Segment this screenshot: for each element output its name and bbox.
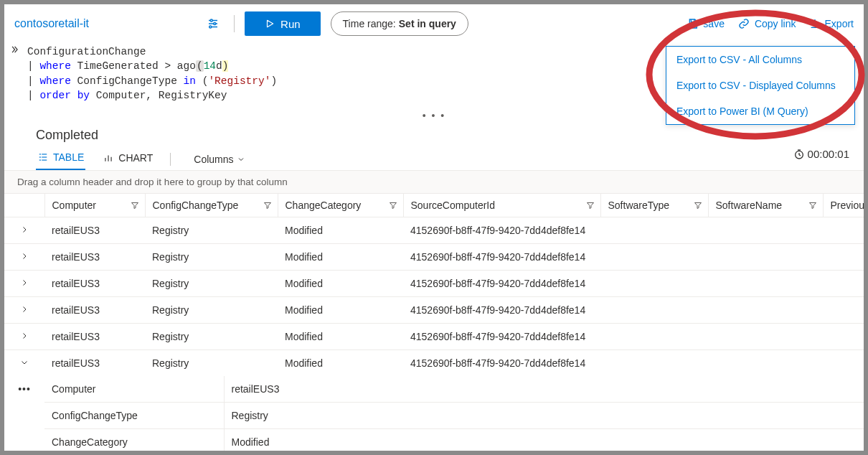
cell-configchangetype: Registry — [145, 271, 278, 297]
cell-previous — [823, 217, 864, 244]
expand-sidebar-icon[interactable] — [9, 44, 19, 55]
cell-previous — [823, 350, 864, 377]
filter-icon[interactable] — [263, 201, 272, 210]
group-drop-zone[interactable]: Drag a column header and drop it here to… — [4, 171, 864, 194]
table-row[interactable]: retailEUS3RegistryModified4152690f-b8ff-… — [4, 350, 864, 377]
filter-icon[interactable] — [389, 201, 397, 210]
cell-softwaretype — [600, 350, 708, 377]
cell-configchangetype: Registry — [145, 324, 278, 350]
cell-softwaretype — [600, 297, 708, 324]
cell-computer: retailEUS3 — [44, 350, 145, 377]
cell-softwarename — [708, 271, 823, 297]
row-expander[interactable] — [4, 271, 44, 297]
time-range-picker[interactable]: Time range: Set in query — [331, 11, 468, 36]
col-header[interactable]: ChangeCategory — [278, 194, 403, 217]
cell-changecategory: Modified — [278, 324, 403, 350]
cell-computer: retailEUS3 — [44, 324, 145, 350]
col-header[interactable]: Computer — [44, 194, 145, 217]
settings-sliders-icon[interactable] — [202, 13, 224, 34]
svg-point-5 — [209, 26, 212, 28]
cell-previous — [823, 324, 864, 350]
detail-label: ConfigChangeType — [44, 403, 224, 429]
row-expander[interactable] — [4, 324, 44, 350]
detail-value: retailEUS3 — [224, 376, 864, 403]
tabs-divider — [170, 153, 171, 166]
toolbar-divider — [234, 15, 235, 32]
link-icon — [737, 18, 750, 29]
cell-changecategory: Modified — [278, 350, 403, 377]
filter-icon[interactable] — [808, 201, 817, 210]
columns-dropdown[interactable]: Columns — [194, 154, 245, 165]
detail-label: ChangeCategory — [44, 429, 224, 451]
export-menu: Export to CSV - All Columns Export to CS… — [666, 46, 855, 125]
toolbar: contosoretail-it Run Time range: Set in … — [4, 4, 864, 40]
chevron-right-icon — [20, 305, 29, 314]
chevron-right-icon — [20, 225, 29, 234]
table-row[interactable]: retailEUS3RegistryModified4152690f-b8ff-… — [4, 297, 864, 324]
cell-sourcecomputerid: 4152690f-b8ff-47f9-9420-7dd4def8fe14 — [403, 297, 600, 324]
row-expander[interactable] — [4, 244, 44, 271]
col-header[interactable]: Previou — [823, 194, 864, 217]
cell-sourcecomputerid: 4152690f-b8ff-47f9-9420-7dd4def8fe14 — [403, 217, 600, 244]
run-label: Run — [280, 18, 301, 30]
cell-computer: retailEUS3 — [44, 271, 145, 297]
cell-softwarename — [708, 244, 823, 271]
cell-changecategory: Modified — [278, 217, 403, 244]
time-range-value: Set in query — [399, 18, 456, 29]
cell-changecategory: Modified — [278, 244, 403, 271]
row-expander[interactable] — [4, 350, 44, 377]
svg-point-1 — [210, 19, 212, 22]
col-expander — [4, 194, 44, 217]
export-menu-item[interactable]: Export to CSV - Displayed Columns — [666, 72, 854, 98]
cell-changecategory: Modified — [278, 271, 403, 297]
export-button[interactable]: Export — [809, 18, 854, 29]
cell-sourcecomputerid: 4152690f-b8ff-47f9-9420-7dd4def8fe14 — [403, 271, 600, 297]
row-expander[interactable] — [4, 297, 44, 324]
cell-configchangetype: Registry — [145, 244, 278, 271]
row-expander[interactable] — [4, 217, 44, 244]
filter-icon[interactable] — [131, 201, 139, 210]
col-header[interactable]: ConfigChangeType — [145, 194, 278, 217]
chart-icon — [103, 153, 114, 163]
col-header[interactable]: SoftwareType — [600, 194, 708, 217]
table-row[interactable]: retailEUS3RegistryModified4152690f-b8ff-… — [4, 271, 864, 297]
export-menu-item[interactable]: Export to CSV - All Columns — [666, 47, 854, 72]
time-range-prefix: Time range: — [343, 18, 396, 29]
query-status: Completed — [4, 123, 864, 144]
col-header[interactable]: SourceComputerId — [403, 194, 600, 217]
cell-computer: retailEUS3 — [44, 297, 145, 324]
table-row[interactable]: retailEUS3RegistryModified4152690f-b8ff-… — [4, 244, 864, 271]
cell-softwaretype — [600, 324, 708, 350]
table-header-row: Computer ConfigChangeType ChangeCategory… — [4, 194, 864, 217]
chevron-right-icon — [20, 332, 29, 340]
query-editor[interactable]: ConfigurationChange | where TimeGenerate… — [24, 40, 280, 110]
row-actions-icon[interactable]: ••• — [4, 376, 44, 451]
cell-configchangetype: Registry — [145, 297, 278, 324]
export-label: Export — [825, 18, 854, 29]
tab-chart[interactable]: CHART — [101, 149, 154, 169]
tab-table[interactable]: TABLE — [36, 149, 85, 170]
table-row[interactable]: retailEUS3RegistryModified4152690f-b8ff-… — [4, 324, 864, 350]
cell-previous — [823, 297, 864, 324]
chevron-right-icon — [20, 278, 29, 287]
play-icon — [265, 19, 275, 29]
workspace-link[interactable]: contosoretail-it — [14, 17, 89, 30]
cell-changecategory: Modified — [278, 297, 403, 324]
svg-point-3 — [214, 23, 216, 25]
cell-sourcecomputerid: 4152690f-b8ff-47f9-9420-7dd4def8fe14 — [403, 244, 600, 271]
cell-softwarename — [708, 350, 823, 377]
svg-rect-6 — [692, 24, 695, 27]
cell-sourcecomputerid: 4152690f-b8ff-47f9-9420-7dd4def8fe14 — [403, 324, 600, 350]
detail-value: Modified — [224, 429, 864, 451]
filter-icon[interactable] — [586, 201, 595, 210]
table-row[interactable]: retailEUS3RegistryModified4152690f-b8ff-… — [4, 217, 864, 244]
save-button[interactable]: save — [687, 18, 725, 29]
detail-value: Registry — [224, 403, 864, 429]
export-menu-item[interactable]: Export to Power BI (M Query) — [666, 98, 854, 124]
copy-link-button[interactable]: Copy link — [737, 18, 796, 29]
filter-icon[interactable] — [694, 201, 702, 210]
run-button[interactable]: Run — [245, 11, 321, 36]
clock-icon — [793, 149, 805, 160]
cell-softwarename — [708, 324, 823, 350]
col-header[interactable]: SoftwareName — [708, 194, 823, 217]
